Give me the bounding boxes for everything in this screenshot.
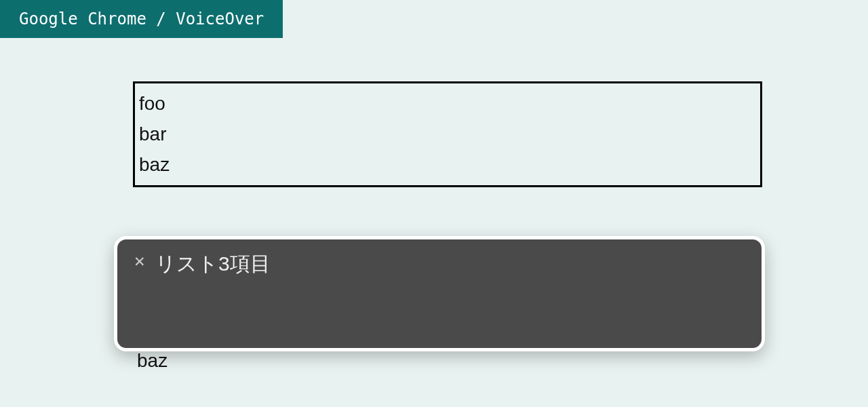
voiceover-caption-panel: ✕ リスト3項目 [114, 236, 765, 351]
focused-list[interactable]: foo bar baz [133, 81, 762, 187]
list-item: baz [139, 150, 755, 180]
list-item: foo [139, 89, 755, 119]
voiceover-message: リスト3項目 [155, 252, 271, 276]
list-item: bar [139, 119, 755, 150]
close-icon[interactable]: ✕ [134, 252, 146, 271]
header-badge: Google Chrome / VoiceOver [0, 0, 283, 38]
